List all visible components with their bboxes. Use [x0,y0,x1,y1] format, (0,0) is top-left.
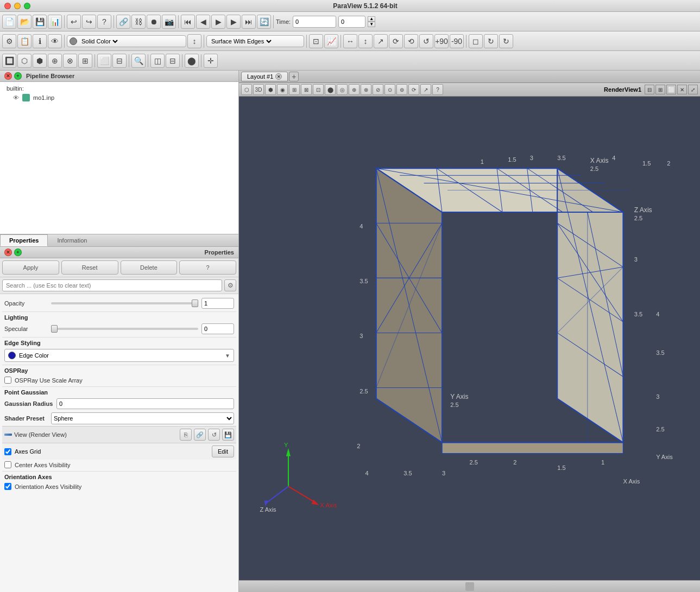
view-btn1[interactable]: ◻ [469,34,483,48]
time-down-button[interactable]: ▼ [368,22,375,27]
pipeline-close-btn[interactable]: ✕ [4,72,12,80]
view-copy-button[interactable]: ⎘ [180,429,192,441]
select-cells2[interactable]: ⊗ [63,54,77,68]
opacity-value-input[interactable] [201,298,234,309]
split-h-icon[interactable]: ⊟ [645,85,654,94]
time-stepper[interactable]: ▲ ▼ [368,16,375,27]
rescale-button[interactable]: ⊡ [309,34,323,48]
view-link-button[interactable]: 🔗 [194,429,206,441]
visibility-eye-icon[interactable]: 👁 [13,94,19,101]
save-data-button[interactable]: 💾 [33,15,47,29]
view-refresh-button[interactable]: ↺ [208,429,220,441]
add-layout-button[interactable]: + [289,72,299,81]
render-btn-1[interactable]: ⬡ [241,84,252,95]
shader-preset-select[interactable]: Sphere [51,412,234,424]
fullscreen-icon[interactable]: ⤢ [688,85,698,94]
axes-grid-checkbox[interactable] [4,448,11,455]
query-btn[interactable]: ⬤ [185,54,199,68]
time-input[interactable] [293,16,336,28]
layout-btn2[interactable]: ⊟ [166,54,180,68]
color-preset-select[interactable]: Solid Color [79,37,119,45]
layout-tab[interactable]: Layout #1 ✕ [241,72,288,81]
center-axes-checkbox[interactable] [4,461,11,468]
maximize-view-icon[interactable]: ⬜ [666,85,676,94]
representation-dropdown[interactable]: Surface With Edges [206,35,304,47]
time-up-button[interactable]: ▲ [368,16,375,22]
camera-button[interactable]: 📷 [162,15,176,29]
color-arrows[interactable]: ↕ [187,34,201,48]
properties-toggle[interactable]: ⚙ [2,34,16,48]
transform-btn5[interactable]: ⟲ [404,34,418,48]
transform-btn1[interactable]: ↔ [343,34,357,48]
render-btn-14[interactable]: ⟳ [408,84,419,95]
play-button[interactable]: ▶ [211,15,225,29]
redo-button[interactable]: ↪ [82,15,96,29]
render-btn-2[interactable]: ⬢ [265,84,276,95]
select-pts2[interactable]: ⊕ [48,54,62,68]
layout-tab-close[interactable]: ✕ [275,73,282,80]
time-frame-input[interactable] [338,16,365,28]
specular-value-input[interactable] [201,323,234,334]
search-input[interactable] [2,279,222,291]
eye-toggle[interactable]: 👁 [48,34,62,48]
pipeline-file-item[interactable]: 👁 mo1.inp [4,93,234,103]
maximize-button[interactable] [24,3,30,9]
tab-information[interactable]: Information [48,234,96,246]
disconnect-button[interactable]: ⛓ [131,15,146,29]
close-view-icon[interactable]: ✕ [677,85,687,94]
loop-button[interactable]: 🔄 [257,15,271,29]
color-preset-dropdown[interactable]: Solid Color [67,35,186,47]
new-button[interactable]: 📄 [2,15,16,29]
render-btn-12[interactable]: ⊙ [384,84,395,95]
transform-btn4[interactable]: ⟳ [389,34,403,48]
render-btn-6[interactable]: ⊡ [313,84,324,95]
tab-properties[interactable]: Properties [0,234,48,246]
select-cells[interactable]: ⬢ [33,54,47,68]
edit-lut-button[interactable]: 📈 [324,34,338,48]
apply-button[interactable]: Apply [2,260,59,275]
axis-btn[interactable]: ✛ [204,54,218,68]
viewport-btn1[interactable]: ⬜ [97,54,111,68]
end-button[interactable]: ⏭ [242,15,256,29]
mag-btn[interactable]: 🔍 [131,54,146,68]
reset-button[interactable]: Reset [61,260,118,275]
view-save-button[interactable]: 💾 [222,429,234,441]
help-button[interactable]: ? [97,15,111,29]
panel-close-btns[interactable]: ✕ + [4,249,22,256]
window-controls[interactable] [4,3,30,9]
opacity-slider-container[interactable] [51,302,198,304]
edge-color-dropdown[interactable]: Edge Color ▼ [4,349,234,362]
render-btn-3d[interactable]: 3D [253,84,264,95]
axes-edit-button[interactable]: Edit [212,445,234,457]
transform-btn3[interactable]: ↗ [374,34,388,48]
help-prop-button[interactable]: ? [179,260,236,275]
render-btn-11[interactable]: ⊘ [373,84,383,95]
render-btn-8[interactable]: ◎ [337,84,348,95]
search-settings-button[interactable]: ⚙ [224,279,236,291]
viewport-btn2[interactable]: ⊟ [112,54,127,68]
panel-close-btn[interactable]: ✕ [4,249,12,256]
render-btn-4[interactable]: ⊞ [289,84,300,95]
panel-expand-btn[interactable]: + [14,249,22,256]
connect-button[interactable]: 🔗 [116,15,130,29]
layout-btn1[interactable]: ◫ [150,54,165,68]
view-btn3[interactable]: ↻ [499,34,513,48]
undo-button[interactable]: ↩ [67,15,81,29]
record-button[interactable]: ⏺ [147,15,161,29]
transform-btn2[interactable]: ↕ [358,34,373,48]
select-pts[interactable]: ⬡ [17,54,31,68]
prev-frame-button[interactable]: ◀ [196,15,210,29]
opacity-slider[interactable] [51,302,198,304]
pipeline-header-controls[interactable]: ✕ + [4,72,22,80]
pipeline-expand-btn[interactable]: + [14,72,22,80]
render-btn-5[interactable]: ⊠ [301,84,312,95]
transform-btn7[interactable]: +90 [434,34,449,48]
render-btn-16[interactable]: ? [432,84,443,95]
delete-button[interactable]: Delete [121,260,178,275]
render-btn-3[interactable]: ◉ [277,84,288,95]
ospray-checkbox[interactable] [4,377,11,384]
info-toggle[interactable]: ℹ [33,34,47,48]
transform-btn8[interactable]: -90 [450,34,464,48]
render-btn-15[interactable]: ↗ [420,84,431,95]
view-btn2[interactable]: ↻ [484,34,498,48]
